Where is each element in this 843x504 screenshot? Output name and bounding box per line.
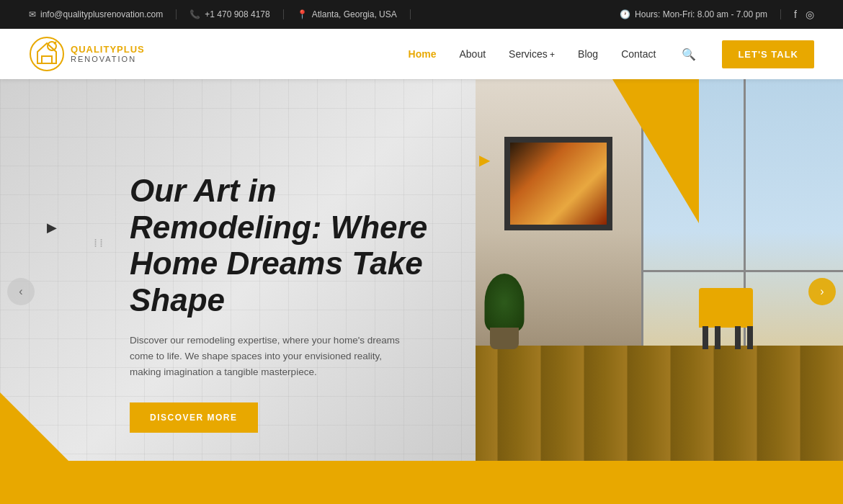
chair — [699, 277, 757, 349]
yellow-bottom-bar — [0, 461, 843, 504]
social-links: f ◎ — [781, 9, 814, 20]
carousel-next-button[interactable]: › — [808, 278, 836, 305]
email-icon: ✉ — [29, 9, 36, 19]
chair-leg — [747, 326, 753, 349]
carousel-prev-button[interactable]: ‹ — [7, 278, 35, 305]
hours-info: 🕐 Hours: Mon-Fri: 8.00 am - 7.00 pm — [620, 9, 781, 19]
facebook-icon[interactable]: f — [794, 9, 797, 20]
wall-painting — [504, 137, 612, 230]
main-nav: Home About Services Blog Contact 🔍 LET'S… — [409, 40, 814, 68]
nav-about[interactable]: About — [459, 48, 486, 60]
location-info: 📍 Atlanta, Georgia, USA — [284, 9, 411, 19]
logo-text-block: QUALITYPLUS RENOVATION — [71, 45, 145, 63]
hero-section: ▶ ▶ ⁞⁞ Our Art in Remodeling: Where Home… — [0, 79, 843, 504]
nav-contact[interactable]: Contact — [621, 48, 656, 60]
instagram-icon[interactable]: ◎ — [806, 9, 814, 20]
hero-title: Our Art in Remodeling: Where Home Dreams… — [130, 173, 461, 318]
deco-arrow-dark: ▶ — [47, 220, 57, 235]
top-bar-right: 🕐 Hours: Mon-Fri: 8.00 am - 7.00 pm f ◎ — [620, 9, 814, 20]
logo-svg — [29, 36, 65, 72]
top-bar: ✉ info@qualityplusrenovation.com 📞 +1 47… — [0, 0, 843, 29]
lets-talk-button[interactable]: LET'S TALK — [722, 40, 814, 68]
logo-brand-q: QUALITYPLUS — [71, 45, 145, 55]
phone-info: 📞 +1 470 908 4178 — [177, 9, 283, 19]
search-button[interactable]: 🔍 — [679, 45, 699, 64]
logo[interactable]: QUALITYPLUS RENOVATION — [29, 36, 145, 72]
phone-icon: 📞 — [189, 9, 200, 19]
phone-text: +1 470 908 4178 — [205, 9, 269, 19]
chair-leg — [735, 326, 741, 349]
email-text: info@qualityplusrenovation.com — [40, 9, 163, 19]
location-text: Atlanta, Georgia, USA — [312, 9, 397, 19]
chair-leg — [702, 326, 708, 349]
nav-blog[interactable]: Blog — [578, 48, 598, 60]
deco-arrow-right: ▶ — [479, 151, 490, 168]
nav-home[interactable]: Home — [409, 48, 437, 60]
discover-more-button[interactable]: DISCOVER MORE — [130, 402, 258, 433]
chair-leg — [715, 326, 721, 349]
chair-seat — [699, 288, 753, 328]
plant-pot — [490, 328, 519, 349]
logo-brand-r: RENOVATION — [71, 55, 145, 63]
header: QUALITYPLUS RENOVATION Home About Servic… — [0, 29, 843, 79]
email-info: ✉ info@qualityplusrenovation.com — [29, 9, 177, 19]
floor — [476, 346, 843, 461]
yellow-diagonal-top — [612, 79, 699, 223]
yellow-diagonal-left — [0, 392, 72, 464]
hero-subtitle: Discover our remodeling expertise, where… — [130, 333, 403, 379]
hero-content: Our Art in Remodeling: Where Home Dreams… — [130, 173, 461, 433]
plant-leaves — [485, 274, 525, 331]
hours-text: Hours: Mon-Fri: 8.00 am - 7.00 pm — [635, 9, 767, 19]
plant — [483, 263, 526, 349]
deco-dots: ⁞⁞ — [94, 236, 105, 250]
clock-icon: 🕐 — [620, 9, 630, 19]
location-icon: 📍 — [297, 9, 308, 19]
nav-services[interactable]: Services — [509, 48, 555, 60]
